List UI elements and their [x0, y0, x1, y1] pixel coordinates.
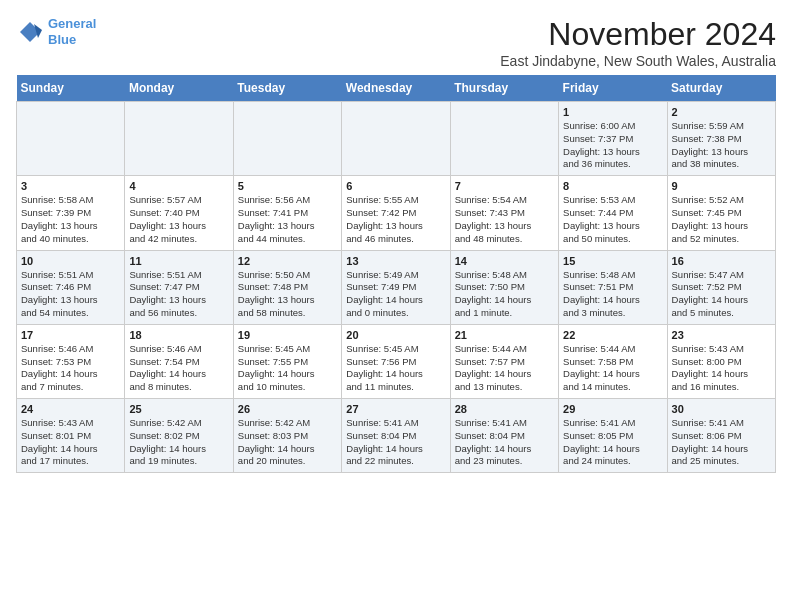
day-number: 9 [672, 180, 771, 192]
day-cell: 27Sunrise: 5:41 AM Sunset: 8:04 PM Dayli… [342, 399, 450, 473]
day-number: 1 [563, 106, 662, 118]
day-number: 28 [455, 403, 554, 415]
day-number: 21 [455, 329, 554, 341]
day-cell: 4Sunrise: 5:57 AM Sunset: 7:40 PM Daylig… [125, 176, 233, 250]
day-number: 30 [672, 403, 771, 415]
day-number: 17 [21, 329, 120, 341]
day-number: 24 [21, 403, 120, 415]
day-number: 10 [21, 255, 120, 267]
day-info: Sunrise: 5:56 AM Sunset: 7:41 PM Dayligh… [238, 194, 337, 245]
day-cell: 12Sunrise: 5:50 AM Sunset: 7:48 PM Dayli… [233, 250, 341, 324]
day-cell: 29Sunrise: 5:41 AM Sunset: 8:05 PM Dayli… [559, 399, 667, 473]
day-cell [125, 102, 233, 176]
day-info: Sunrise: 5:47 AM Sunset: 7:52 PM Dayligh… [672, 269, 771, 320]
day-info: Sunrise: 5:58 AM Sunset: 7:39 PM Dayligh… [21, 194, 120, 245]
day-cell: 8Sunrise: 5:53 AM Sunset: 7:44 PM Daylig… [559, 176, 667, 250]
day-info: Sunrise: 5:42 AM Sunset: 8:02 PM Dayligh… [129, 417, 228, 468]
day-info: Sunrise: 6:00 AM Sunset: 7:37 PM Dayligh… [563, 120, 662, 171]
day-number: 25 [129, 403, 228, 415]
day-info: Sunrise: 5:43 AM Sunset: 8:00 PM Dayligh… [672, 343, 771, 394]
day-info: Sunrise: 5:49 AM Sunset: 7:49 PM Dayligh… [346, 269, 445, 320]
weekday-header-tuesday: Tuesday [233, 75, 341, 102]
day-cell [17, 102, 125, 176]
day-cell [342, 102, 450, 176]
day-number: 22 [563, 329, 662, 341]
day-info: Sunrise: 5:43 AM Sunset: 8:01 PM Dayligh… [21, 417, 120, 468]
day-info: Sunrise: 5:55 AM Sunset: 7:42 PM Dayligh… [346, 194, 445, 245]
weekday-header-friday: Friday [559, 75, 667, 102]
day-info: Sunrise: 5:45 AM Sunset: 7:56 PM Dayligh… [346, 343, 445, 394]
week-row-5: 24Sunrise: 5:43 AM Sunset: 8:01 PM Dayli… [17, 399, 776, 473]
weekday-header-sunday: Sunday [17, 75, 125, 102]
logo: General Blue [16, 16, 96, 47]
day-cell: 16Sunrise: 5:47 AM Sunset: 7:52 PM Dayli… [667, 250, 775, 324]
day-info: Sunrise: 5:51 AM Sunset: 7:46 PM Dayligh… [21, 269, 120, 320]
weekday-header-saturday: Saturday [667, 75, 775, 102]
weekday-header-row: SundayMondayTuesdayWednesdayThursdayFrid… [17, 75, 776, 102]
day-cell: 1Sunrise: 6:00 AM Sunset: 7:37 PM Daylig… [559, 102, 667, 176]
day-info: Sunrise: 5:42 AM Sunset: 8:03 PM Dayligh… [238, 417, 337, 468]
day-info: Sunrise: 5:51 AM Sunset: 7:47 PM Dayligh… [129, 269, 228, 320]
day-number: 4 [129, 180, 228, 192]
day-cell: 25Sunrise: 5:42 AM Sunset: 8:02 PM Dayli… [125, 399, 233, 473]
day-info: Sunrise: 5:41 AM Sunset: 8:04 PM Dayligh… [455, 417, 554, 468]
day-cell: 14Sunrise: 5:48 AM Sunset: 7:50 PM Dayli… [450, 250, 558, 324]
week-row-2: 3Sunrise: 5:58 AM Sunset: 7:39 PM Daylig… [17, 176, 776, 250]
day-number: 5 [238, 180, 337, 192]
day-cell: 5Sunrise: 5:56 AM Sunset: 7:41 PM Daylig… [233, 176, 341, 250]
day-number: 8 [563, 180, 662, 192]
weekday-header-monday: Monday [125, 75, 233, 102]
subtitle: East Jindabyne, New South Wales, Austral… [500, 53, 776, 69]
day-number: 26 [238, 403, 337, 415]
day-number: 19 [238, 329, 337, 341]
day-info: Sunrise: 5:54 AM Sunset: 7:43 PM Dayligh… [455, 194, 554, 245]
day-cell: 15Sunrise: 5:48 AM Sunset: 7:51 PM Dayli… [559, 250, 667, 324]
day-info: Sunrise: 5:52 AM Sunset: 7:45 PM Dayligh… [672, 194, 771, 245]
day-number: 6 [346, 180, 445, 192]
day-cell: 7Sunrise: 5:54 AM Sunset: 7:43 PM Daylig… [450, 176, 558, 250]
day-info: Sunrise: 5:44 AM Sunset: 7:57 PM Dayligh… [455, 343, 554, 394]
logo-icon [16, 18, 44, 46]
weekday-header-wednesday: Wednesday [342, 75, 450, 102]
day-cell [450, 102, 558, 176]
day-number: 7 [455, 180, 554, 192]
day-number: 11 [129, 255, 228, 267]
day-cell: 28Sunrise: 5:41 AM Sunset: 8:04 PM Dayli… [450, 399, 558, 473]
week-row-4: 17Sunrise: 5:46 AM Sunset: 7:53 PM Dayli… [17, 324, 776, 398]
day-number: 18 [129, 329, 228, 341]
day-info: Sunrise: 5:53 AM Sunset: 7:44 PM Dayligh… [563, 194, 662, 245]
day-number: 12 [238, 255, 337, 267]
week-row-1: 1Sunrise: 6:00 AM Sunset: 7:37 PM Daylig… [17, 102, 776, 176]
day-info: Sunrise: 5:57 AM Sunset: 7:40 PM Dayligh… [129, 194, 228, 245]
title-area: November 2024 East Jindabyne, New South … [500, 16, 776, 69]
day-cell: 30Sunrise: 5:41 AM Sunset: 8:06 PM Dayli… [667, 399, 775, 473]
day-info: Sunrise: 5:48 AM Sunset: 7:51 PM Dayligh… [563, 269, 662, 320]
header: General Blue November 2024 East Jindabyn… [16, 16, 776, 69]
day-info: Sunrise: 5:44 AM Sunset: 7:58 PM Dayligh… [563, 343, 662, 394]
day-info: Sunrise: 5:48 AM Sunset: 7:50 PM Dayligh… [455, 269, 554, 320]
day-number: 20 [346, 329, 445, 341]
day-number: 14 [455, 255, 554, 267]
main-title: November 2024 [500, 16, 776, 53]
day-info: Sunrise: 5:46 AM Sunset: 7:54 PM Dayligh… [129, 343, 228, 394]
day-number: 23 [672, 329, 771, 341]
day-number: 13 [346, 255, 445, 267]
day-cell: 3Sunrise: 5:58 AM Sunset: 7:39 PM Daylig… [17, 176, 125, 250]
calendar-table: SundayMondayTuesdayWednesdayThursdayFrid… [16, 75, 776, 473]
logo-text: General Blue [48, 16, 96, 47]
weekday-header-thursday: Thursday [450, 75, 558, 102]
week-row-3: 10Sunrise: 5:51 AM Sunset: 7:46 PM Dayli… [17, 250, 776, 324]
day-info: Sunrise: 5:41 AM Sunset: 8:05 PM Dayligh… [563, 417, 662, 468]
day-cell: 10Sunrise: 5:51 AM Sunset: 7:46 PM Dayli… [17, 250, 125, 324]
day-cell: 9Sunrise: 5:52 AM Sunset: 7:45 PM Daylig… [667, 176, 775, 250]
day-cell: 6Sunrise: 5:55 AM Sunset: 7:42 PM Daylig… [342, 176, 450, 250]
day-cell [233, 102, 341, 176]
day-number: 3 [21, 180, 120, 192]
day-info: Sunrise: 5:50 AM Sunset: 7:48 PM Dayligh… [238, 269, 337, 320]
day-number: 16 [672, 255, 771, 267]
day-cell: 18Sunrise: 5:46 AM Sunset: 7:54 PM Dayli… [125, 324, 233, 398]
day-cell: 13Sunrise: 5:49 AM Sunset: 7:49 PM Dayli… [342, 250, 450, 324]
day-cell: 17Sunrise: 5:46 AM Sunset: 7:53 PM Dayli… [17, 324, 125, 398]
day-cell: 11Sunrise: 5:51 AM Sunset: 7:47 PM Dayli… [125, 250, 233, 324]
day-cell: 26Sunrise: 5:42 AM Sunset: 8:03 PM Dayli… [233, 399, 341, 473]
